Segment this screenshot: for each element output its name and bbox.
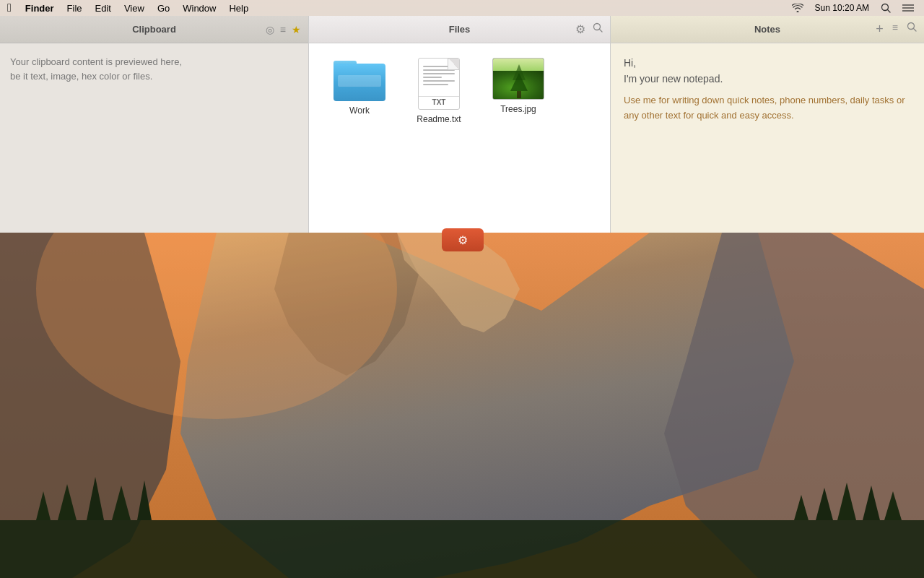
menu-file[interactable]: File	[61, 0, 89, 16]
svg-rect-28	[517, 91, 521, 98]
file-label-work: Work	[349, 105, 370, 116]
files-title: Files	[449, 24, 471, 35]
gear-button[interactable]: ⚙	[442, 228, 484, 251]
menu-window[interactable]: Window	[176, 0, 222, 16]
file-item-trees[interactable]: Trees.jpg	[489, 58, 547, 114]
trees-thumbnail	[492, 58, 544, 100]
clipboard-content: Your clipboard content is previewed here…	[0, 43, 308, 95]
clipboard-line2: be it text, image, hex color or files.	[10, 71, 152, 82]
clipboard-star-icon[interactable]: ★	[292, 24, 301, 35]
files-titlebar: Files ⚙	[309, 16, 610, 43]
svg-line-30	[914, 29, 917, 32]
files-gear-icon[interactable]: ⚙	[575, 22, 585, 36]
menubar-time: Sun 10:20 AM	[811, 3, 873, 13]
notes-search-icon[interactable]	[907, 22, 917, 37]
notes-content: Hi, I'm your new notepad. Use me for wri…	[611, 43, 924, 134]
files-panel: Files ⚙ Work	[309, 16, 611, 233]
notes-add-icon[interactable]: +	[876, 22, 884, 37]
search-icon[interactable]	[876, 3, 895, 13]
folder-body	[334, 64, 385, 101]
menu-view[interactable]: View	[118, 0, 151, 16]
gear-icon: ⚙	[458, 233, 468, 247]
windows-container: Clipboard ◎ ≡ ★ Your clipboard content i…	[0, 16, 924, 233]
txt-fold	[448, 59, 459, 70]
notes-list-icon[interactable]: ≡	[892, 22, 898, 37]
clipboard-titlebar: Clipboard ◎ ≡ ★	[0, 16, 308, 43]
svg-line-20	[888, 10, 891, 13]
clipboard-panel: Clipboard ◎ ≡ ★ Your clipboard content i…	[0, 16, 309, 233]
folder-icon-work	[334, 58, 385, 101]
txt-icon-readme: TXT	[418, 58, 460, 110]
clipboard-title: Clipboard	[132, 24, 176, 35]
menu-finder[interactable]: Finder	[19, 0, 61, 16]
clipboard-body-text: Your clipboard content is previewed here…	[10, 55, 298, 83]
menubar-right: Sun 10:20 AM	[788, 3, 924, 13]
txt-line	[423, 73, 455, 74]
txt-line	[423, 84, 448, 85]
notes-titlebar: Notes + ≡	[611, 16, 924, 43]
menubar:  Finder File Edit View Go Window Help S…	[0, 0, 924, 16]
txt-line	[423, 77, 442, 78]
file-label-readme: Readme.txt	[417, 114, 461, 124]
svg-line-25	[600, 30, 603, 33]
file-item-work[interactable]: Work	[331, 58, 388, 116]
files-right-icons: ⚙	[575, 22, 603, 36]
files-search-icon[interactable]	[593, 22, 603, 36]
apple-menu[interactable]: 	[0, 0, 19, 16]
file-item-readme[interactable]: TXT Readme.txt	[410, 58, 468, 124]
file-label-trees: Trees.jpg	[500, 104, 536, 114]
wifi-icon	[788, 4, 808, 12]
svg-rect-7	[0, 520, 924, 578]
svg-marker-27	[510, 73, 528, 91]
menu-help[interactable]: Help	[222, 0, 255, 16]
clipboard-line1: Your clipboard content is previewed here…	[10, 56, 182, 67]
menu-go[interactable]: Go	[151, 0, 176, 16]
notes-title: Notes	[754, 24, 780, 35]
files-content: Work TXT Readme.txt	[309, 43, 610, 139]
txt-badge: TXT	[419, 96, 459, 109]
notes-intro-text: I'm your new notepad.	[624, 73, 723, 85]
folder-shine	[338, 75, 381, 87]
notes-body-text: Use me for writing down quick notes, pho…	[624, 93, 911, 124]
notes-right-icons: + ≡	[876, 22, 917, 37]
menubar-left:  Finder File Edit View Go Window Help	[0, 0, 255, 16]
txt-line	[423, 80, 455, 82]
menu-edit[interactable]: Edit	[89, 0, 118, 16]
notes-greeting-text: Hi,	[624, 57, 636, 69]
clipboard-list-icon[interactable]: ≡	[280, 24, 286, 35]
clipboard-toolbar: ◎ ≡ ★	[266, 24, 301, 35]
notes-panel: Notes + ≡ Hi, I'm your new notepad. Use …	[611, 16, 924, 233]
clipboard-clear-icon[interactable]: ◎	[266, 24, 274, 35]
notes-greeting: Hi, I'm your new notepad.	[624, 55, 911, 87]
list-icon[interactable]	[898, 4, 918, 12]
